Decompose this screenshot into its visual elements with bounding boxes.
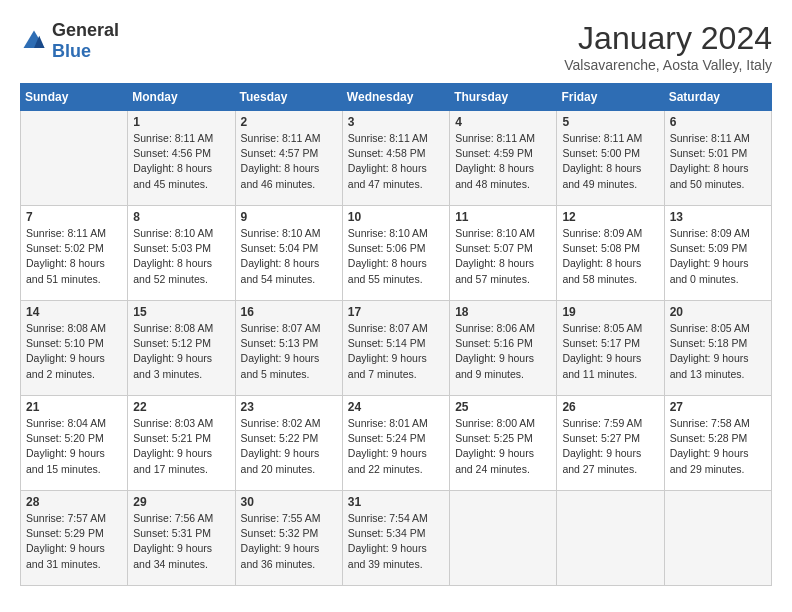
calendar-cell: 26Sunrise: 7:59 AMSunset: 5:27 PMDayligh… (557, 396, 664, 491)
title-section: January 2024 Valsavarenche, Aosta Valley… (564, 20, 772, 73)
day-number: 23 (241, 400, 337, 414)
day-info: Sunrise: 7:54 AMSunset: 5:34 PMDaylight:… (348, 511, 444, 572)
calendar-cell: 19Sunrise: 8:05 AMSunset: 5:17 PMDayligh… (557, 301, 664, 396)
day-info: Sunrise: 8:11 AMSunset: 4:57 PMDaylight:… (241, 131, 337, 192)
weekday-header-monday: Monday (128, 84, 235, 111)
day-number: 26 (562, 400, 658, 414)
day-info: Sunrise: 8:11 AMSunset: 5:02 PMDaylight:… (26, 226, 122, 287)
day-info: Sunrise: 7:57 AMSunset: 5:29 PMDaylight:… (26, 511, 122, 572)
day-info: Sunrise: 7:56 AMSunset: 5:31 PMDaylight:… (133, 511, 229, 572)
day-number: 22 (133, 400, 229, 414)
day-number: 21 (26, 400, 122, 414)
weekday-header-wednesday: Wednesday (342, 84, 449, 111)
calendar-title: January 2024 (564, 20, 772, 57)
day-number: 11 (455, 210, 551, 224)
calendar-cell: 25Sunrise: 8:00 AMSunset: 5:25 PMDayligh… (450, 396, 557, 491)
calendar-cell: 3Sunrise: 8:11 AMSunset: 4:58 PMDaylight… (342, 111, 449, 206)
calendar-cell: 30Sunrise: 7:55 AMSunset: 5:32 PMDayligh… (235, 491, 342, 586)
logo: General Blue (20, 20, 119, 62)
calendar-week-row: 21Sunrise: 8:04 AMSunset: 5:20 PMDayligh… (21, 396, 772, 491)
weekday-header-thursday: Thursday (450, 84, 557, 111)
logo-general: General (52, 20, 119, 40)
calendar-cell: 9Sunrise: 8:10 AMSunset: 5:04 PMDaylight… (235, 206, 342, 301)
day-number: 18 (455, 305, 551, 319)
calendar-cell (664, 491, 771, 586)
calendar-cell: 1Sunrise: 8:11 AMSunset: 4:56 PMDaylight… (128, 111, 235, 206)
calendar-cell: 17Sunrise: 8:07 AMSunset: 5:14 PMDayligh… (342, 301, 449, 396)
calendar-cell: 15Sunrise: 8:08 AMSunset: 5:12 PMDayligh… (128, 301, 235, 396)
day-number: 5 (562, 115, 658, 129)
calendar-cell: 7Sunrise: 8:11 AMSunset: 5:02 PMDaylight… (21, 206, 128, 301)
weekday-header-row: SundayMondayTuesdayWednesdayThursdayFrid… (21, 84, 772, 111)
day-number: 7 (26, 210, 122, 224)
day-number: 10 (348, 210, 444, 224)
day-number: 24 (348, 400, 444, 414)
calendar-cell (21, 111, 128, 206)
day-number: 29 (133, 495, 229, 509)
day-number: 30 (241, 495, 337, 509)
day-info: Sunrise: 7:55 AMSunset: 5:32 PMDaylight:… (241, 511, 337, 572)
calendar-cell: 18Sunrise: 8:06 AMSunset: 5:16 PMDayligh… (450, 301, 557, 396)
weekday-header-saturday: Saturday (664, 84, 771, 111)
day-info: Sunrise: 8:09 AMSunset: 5:08 PMDaylight:… (562, 226, 658, 287)
calendar-cell (557, 491, 664, 586)
calendar-table: SundayMondayTuesdayWednesdayThursdayFrid… (20, 83, 772, 586)
day-info: Sunrise: 8:08 AMSunset: 5:10 PMDaylight:… (26, 321, 122, 382)
calendar-cell: 11Sunrise: 8:10 AMSunset: 5:07 PMDayligh… (450, 206, 557, 301)
calendar-cell: 21Sunrise: 8:04 AMSunset: 5:20 PMDayligh… (21, 396, 128, 491)
day-number: 4 (455, 115, 551, 129)
day-info: Sunrise: 8:11 AMSunset: 5:01 PMDaylight:… (670, 131, 766, 192)
calendar-cell: 13Sunrise: 8:09 AMSunset: 5:09 PMDayligh… (664, 206, 771, 301)
day-info: Sunrise: 8:09 AMSunset: 5:09 PMDaylight:… (670, 226, 766, 287)
day-info: Sunrise: 8:10 AMSunset: 5:06 PMDaylight:… (348, 226, 444, 287)
day-number: 13 (670, 210, 766, 224)
day-info: Sunrise: 8:03 AMSunset: 5:21 PMDaylight:… (133, 416, 229, 477)
day-info: Sunrise: 8:11 AMSunset: 5:00 PMDaylight:… (562, 131, 658, 192)
calendar-cell (450, 491, 557, 586)
calendar-week-row: 28Sunrise: 7:57 AMSunset: 5:29 PMDayligh… (21, 491, 772, 586)
day-info: Sunrise: 7:58 AMSunset: 5:28 PMDaylight:… (670, 416, 766, 477)
day-number: 14 (26, 305, 122, 319)
day-info: Sunrise: 8:10 AMSunset: 5:07 PMDaylight:… (455, 226, 551, 287)
day-info: Sunrise: 8:07 AMSunset: 5:14 PMDaylight:… (348, 321, 444, 382)
day-info: Sunrise: 8:11 AMSunset: 4:58 PMDaylight:… (348, 131, 444, 192)
day-info: Sunrise: 8:11 AMSunset: 4:59 PMDaylight:… (455, 131, 551, 192)
day-info: Sunrise: 7:59 AMSunset: 5:27 PMDaylight:… (562, 416, 658, 477)
day-number: 27 (670, 400, 766, 414)
day-number: 3 (348, 115, 444, 129)
calendar-cell: 23Sunrise: 8:02 AMSunset: 5:22 PMDayligh… (235, 396, 342, 491)
day-info: Sunrise: 8:04 AMSunset: 5:20 PMDaylight:… (26, 416, 122, 477)
day-number: 31 (348, 495, 444, 509)
day-info: Sunrise: 8:05 AMSunset: 5:18 PMDaylight:… (670, 321, 766, 382)
day-number: 25 (455, 400, 551, 414)
day-number: 6 (670, 115, 766, 129)
calendar-cell: 12Sunrise: 8:09 AMSunset: 5:08 PMDayligh… (557, 206, 664, 301)
day-info: Sunrise: 8:11 AMSunset: 4:56 PMDaylight:… (133, 131, 229, 192)
calendar-week-row: 14Sunrise: 8:08 AMSunset: 5:10 PMDayligh… (21, 301, 772, 396)
day-number: 1 (133, 115, 229, 129)
day-info: Sunrise: 8:00 AMSunset: 5:25 PMDaylight:… (455, 416, 551, 477)
calendar-cell: 16Sunrise: 8:07 AMSunset: 5:13 PMDayligh… (235, 301, 342, 396)
calendar-week-row: 7Sunrise: 8:11 AMSunset: 5:02 PMDaylight… (21, 206, 772, 301)
calendar-cell: 4Sunrise: 8:11 AMSunset: 4:59 PMDaylight… (450, 111, 557, 206)
calendar-cell: 5Sunrise: 8:11 AMSunset: 5:00 PMDaylight… (557, 111, 664, 206)
logo-blue: Blue (52, 41, 91, 61)
day-number: 9 (241, 210, 337, 224)
calendar-cell: 20Sunrise: 8:05 AMSunset: 5:18 PMDayligh… (664, 301, 771, 396)
day-info: Sunrise: 8:07 AMSunset: 5:13 PMDaylight:… (241, 321, 337, 382)
weekday-header-tuesday: Tuesday (235, 84, 342, 111)
day-number: 17 (348, 305, 444, 319)
calendar-subtitle: Valsavarenche, Aosta Valley, Italy (564, 57, 772, 73)
day-number: 16 (241, 305, 337, 319)
day-info: Sunrise: 8:10 AMSunset: 5:03 PMDaylight:… (133, 226, 229, 287)
day-info: Sunrise: 8:06 AMSunset: 5:16 PMDaylight:… (455, 321, 551, 382)
calendar-cell: 2Sunrise: 8:11 AMSunset: 4:57 PMDaylight… (235, 111, 342, 206)
calendar-cell: 22Sunrise: 8:03 AMSunset: 5:21 PMDayligh… (128, 396, 235, 491)
calendar-cell: 31Sunrise: 7:54 AMSunset: 5:34 PMDayligh… (342, 491, 449, 586)
calendar-cell: 6Sunrise: 8:11 AMSunset: 5:01 PMDaylight… (664, 111, 771, 206)
logo-icon (20, 27, 48, 55)
day-info: Sunrise: 8:05 AMSunset: 5:17 PMDaylight:… (562, 321, 658, 382)
day-number: 20 (670, 305, 766, 319)
day-info: Sunrise: 8:02 AMSunset: 5:22 PMDaylight:… (241, 416, 337, 477)
day-number: 8 (133, 210, 229, 224)
